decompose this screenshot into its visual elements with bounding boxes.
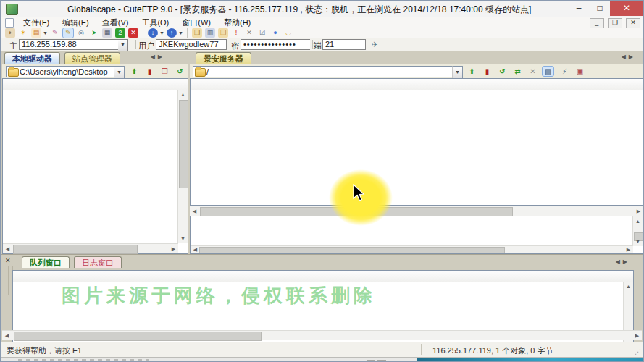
edit-icon[interactable]: ✎ bbox=[50, 28, 60, 38]
globe-icon[interactable]: ● bbox=[270, 28, 280, 38]
refresh-icon[interactable]: 2 bbox=[115, 28, 125, 38]
search-icon[interactable]: ◎ bbox=[76, 28, 86, 38]
log-panel: ▲ ▼ ◀ ▶ bbox=[190, 216, 643, 254]
tab-local-drives[interactable]: 本地驱动器 bbox=[4, 52, 60, 64]
menu-item-o[interactable]: 工具(O) bbox=[135, 17, 175, 28]
theme-icon[interactable]: ◡ bbox=[283, 28, 293, 38]
status-help-text: 要获得帮助，请按 F1 bbox=[7, 345, 82, 356]
log-hscrollbar[interactable]: ◀ ▶ bbox=[191, 245, 633, 253]
upload-icon-dropdown[interactable]: ▼ bbox=[178, 28, 184, 38]
maximize-button[interactable]: □ bbox=[590, 1, 610, 16]
transfer-icon[interactable]: ⚡ bbox=[559, 67, 570, 76]
host-dropdown-icon[interactable]: ▼ bbox=[118, 39, 128, 51]
bookmarks-icon[interactable]: ▮ bbox=[144, 67, 155, 76]
status-info-text: 116.255.177.119, 1 个对象, 0 字节 bbox=[432, 345, 553, 356]
close-button[interactable]: ✕ bbox=[610, 1, 643, 16]
server-icon[interactable]: ▣ bbox=[574, 67, 585, 76]
view-list-icon[interactable]: ▤ bbox=[543, 67, 553, 76]
local-path-dropdown-icon[interactable]: ▼ bbox=[114, 66, 125, 79]
delete-icon[interactable]: ✕ bbox=[244, 28, 254, 38]
priority-icon[interactable]: ! bbox=[231, 28, 241, 38]
compare-icon[interactable]: ⇄ bbox=[512, 67, 523, 76]
user-input[interactable]: JKEKwgodlew77 bbox=[156, 39, 227, 50]
up-dir-icon[interactable]: ⬆ bbox=[467, 67, 477, 76]
wizard-icon[interactable]: ✶ bbox=[18, 28, 28, 38]
tab-remote-server[interactable]: 景安服务器 bbox=[196, 52, 251, 64]
mdi-close-button[interactable]: ✕ bbox=[626, 18, 640, 28]
download-icon-dropdown[interactable]: ▼ bbox=[159, 28, 165, 38]
local-panel: 本地驱动器 站点管理器 ◀▶ C:\Users\yiheng\Desktop ▼… bbox=[2, 51, 188, 254]
local-path-combo[interactable]: C:\Users\yiheng\Desktop bbox=[6, 66, 117, 77]
local-hscrollbar[interactable]: ◀ ▶ bbox=[3, 243, 178, 253]
open-folder-icon[interactable]: ❒ bbox=[218, 28, 228, 38]
log-vscrollbar[interactable]: ▲ ▼ bbox=[632, 216, 643, 246]
resize-grip[interactable]: ⋰ bbox=[635, 348, 641, 355]
connect-icon[interactable]: ◗ bbox=[5, 28, 15, 38]
new-folder-icon[interactable]: ❒ bbox=[192, 28, 202, 38]
monitor-icon[interactable]: ▥ bbox=[205, 28, 215, 38]
title-bar: Globalscape - CuteFTP 9.0 - [景安服务器 - 116… bbox=[1, 1, 643, 17]
queue-hscrollbar[interactable]: ◀ ▶ bbox=[2, 330, 642, 340]
tab-site-manager[interactable]: 站点管理器 bbox=[64, 52, 120, 64]
remote-path-combo[interactable]: / bbox=[193, 66, 456, 77]
local-vscrollbar[interactable]: ▲ ▼ bbox=[177, 90, 188, 243]
minimize-button[interactable]: – bbox=[568, 1, 590, 16]
remote-nav-bar: / ▼ ⬆ ▮ ↺ ⇄ ✕ ▤ ⚡ ▣ bbox=[190, 64, 643, 79]
menu-item-f[interactable]: 文件(F) bbox=[17, 17, 56, 28]
bookmarks-icon[interactable]: ▮ bbox=[482, 67, 493, 76]
remote-hscrollbar[interactable]: ◀ ▶ bbox=[190, 206, 643, 216]
scheduler-icon[interactable]: ▦ bbox=[102, 28, 112, 38]
taskbar-icons bbox=[367, 358, 388, 362]
close-pane-icon[interactable]: ✕ bbox=[5, 257, 11, 264]
properties-icon[interactable]: ☑ bbox=[257, 28, 267, 38]
local-tab-row: 本地驱动器 站点管理器 ◀▶ bbox=[2, 51, 188, 64]
password-label: 密 bbox=[231, 41, 239, 51]
local-file-list: ▲ ▼ ◀ ▶ bbox=[2, 78, 188, 254]
upload-icon[interactable]: ↑ bbox=[167, 28, 177, 38]
main-toolbar: ◗✶▤▼✎✎◎➤▦2✕↓▼↑▼❒▥❒!✕☑●◡ bbox=[1, 28, 644, 38]
menu-item-e[interactable]: 编辑(E) bbox=[56, 17, 96, 28]
download-icon[interactable]: ↓ bbox=[148, 28, 158, 38]
delete-icon[interactable]: ✕ bbox=[527, 67, 538, 76]
tab-log-window[interactable]: 日志窗口 bbox=[74, 256, 122, 268]
tab-queue-window[interactable]: 队列窗口 bbox=[22, 256, 70, 268]
tab-scroll-arrows[interactable]: ◀▶ bbox=[622, 54, 636, 60]
new-icon[interactable]: ▤ bbox=[31, 28, 41, 38]
port-input[interactable]: 21 bbox=[322, 39, 366, 50]
user-label: 用户 bbox=[138, 41, 154, 51]
remote-panel: 景安服务器 ◀▶ / ▼ ⬆ ▮ ↺ ⇄ ✕ ▤ ⚡ ▣ ◀ bbox=[190, 51, 643, 254]
refresh-icon[interactable]: ↺ bbox=[497, 67, 508, 76]
desktop-sliver bbox=[1, 357, 643, 362]
remote-path-dropdown-icon[interactable]: ▼ bbox=[452, 66, 463, 79]
mdi-minimize-button[interactable]: _ bbox=[590, 18, 604, 28]
remote-file-list bbox=[190, 78, 643, 206]
menu-item-w[interactable]: 窗口(W) bbox=[175, 17, 217, 28]
app-window: Globalscape - CuteFTP 9.0 - [景安服务器 - 116… bbox=[0, 0, 644, 362]
host-label: 主 bbox=[9, 41, 17, 51]
transfer-icon[interactable]: ➤ bbox=[89, 28, 99, 38]
quickconnect-icon[interactable]: ✎ bbox=[63, 28, 73, 38]
new-icon-dropdown[interactable]: ▼ bbox=[43, 28, 49, 38]
mouse-cursor-icon bbox=[352, 184, 367, 203]
password-input[interactable]: ••••••••••••••• bbox=[241, 39, 310, 50]
menu-item-h[interactable]: 帮助(H) bbox=[217, 17, 257, 28]
remote-tab-row: 景安服务器 ◀▶ bbox=[190, 51, 643, 64]
new-folder-icon[interactable]: ❒ bbox=[159, 67, 170, 76]
taskbar-window-strip bbox=[417, 358, 643, 362]
status-bar: 要获得帮助，请按 F1 116.255.177.119, 1 个对象, 0 字节… bbox=[1, 342, 643, 358]
queue-tab-arrows[interactable]: ◀▶ bbox=[616, 258, 630, 265]
quick-connect-icon[interactable]: ✈ bbox=[372, 41, 382, 49]
stop-icon[interactable]: ✕ bbox=[128, 28, 138, 38]
up-dir-icon[interactable]: ⬆ bbox=[129, 67, 140, 76]
mdi-restore-button[interactable]: ❐ bbox=[608, 18, 622, 28]
folder-icon bbox=[195, 68, 206, 77]
refresh-icon[interactable]: ↺ bbox=[175, 67, 185, 76]
tab-scroll-arrows[interactable]: ◀▶ bbox=[151, 54, 165, 60]
menu-item-v[interactable]: 查看(V) bbox=[96, 17, 135, 28]
host-input[interactable]: 116.255.159.88 bbox=[19, 39, 120, 50]
main-area: 本地驱动器 站点管理器 ◀▶ C:\Users\yiheng\Desktop ▼… bbox=[1, 51, 643, 254]
cursor-highlight bbox=[329, 169, 393, 226]
document-icon bbox=[5, 18, 14, 28]
window-title: Globalscape - CuteFTP 9.0 - [景安服务器 - 116… bbox=[67, 4, 531, 16]
folder-icon bbox=[8, 68, 19, 77]
